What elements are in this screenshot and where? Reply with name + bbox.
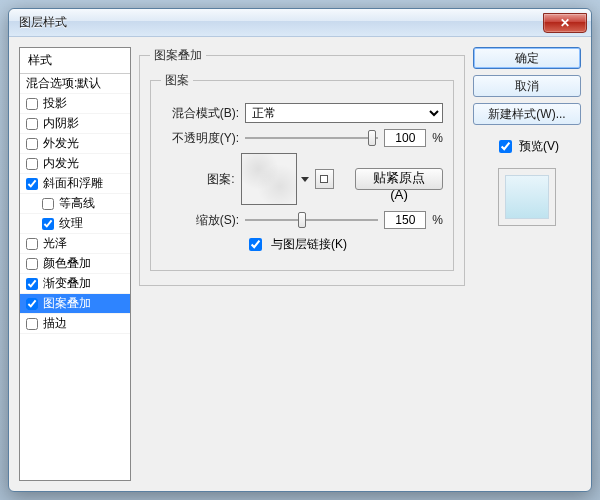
section-title: 图案叠加 [150, 47, 206, 64]
ok-button[interactable]: 确定 [473, 47, 581, 69]
style-label: 纹理 [59, 215, 83, 232]
style-checkbox[interactable] [26, 138, 38, 150]
scale-slider[interactable] [245, 211, 378, 229]
slider-thumb-icon[interactable] [298, 212, 306, 228]
style-row[interactable]: 图案叠加 [20, 294, 130, 314]
slider-thumb-icon[interactable] [368, 130, 376, 146]
style-row[interactable]: 斜面和浮雕 [20, 174, 130, 194]
chevron-down-icon[interactable] [301, 177, 309, 182]
style-label: 光泽 [43, 235, 67, 252]
style-checkbox[interactable] [26, 298, 38, 310]
style-checkbox[interactable] [26, 238, 38, 250]
style-label: 图案叠加 [43, 295, 91, 312]
style-checkbox[interactable] [26, 118, 38, 130]
styles-panel: 样式 混合选项:默认 投影内阴影外发光内发光斜面和浮雕等高线纹理光泽颜色叠加渐变… [19, 47, 131, 481]
opacity-unit: % [432, 131, 443, 145]
styles-header[interactable]: 样式 [20, 48, 130, 74]
preview-checkbox[interactable] [499, 140, 512, 153]
link-with-layer-checkbox[interactable] [249, 238, 262, 251]
window-title: 图层样式 [19, 14, 67, 31]
blending-options-row[interactable]: 混合选项:默认 [20, 74, 130, 94]
pattern-group: 图案 混合模式(B): 正常 不透明度(Y): [150, 72, 454, 271]
style-checkbox[interactable] [26, 258, 38, 270]
new-preset-icon [320, 175, 328, 183]
style-row[interactable]: 光泽 [20, 234, 130, 254]
pattern-row: 图案: 贴紧原点(A) [161, 153, 443, 205]
close-icon: ✕ [560, 16, 570, 30]
dialog-body: 样式 混合选项:默认 投影内阴影外发光内发光斜面和浮雕等高线纹理光泽颜色叠加渐变… [9, 37, 591, 491]
preview-image [505, 175, 549, 219]
scale-row: 缩放(S): % [161, 211, 443, 229]
pattern-swatch[interactable] [241, 153, 297, 205]
style-checkbox[interactable] [26, 98, 38, 110]
titlebar[interactable]: 图层样式 ✕ [9, 9, 591, 37]
style-row[interactable]: 等高线 [20, 194, 130, 214]
cancel-button[interactable]: 取消 [473, 75, 581, 97]
opacity-label: 不透明度(Y): [161, 130, 239, 147]
style-row[interactable]: 描边 [20, 314, 130, 334]
style-label: 等高线 [59, 195, 95, 212]
style-checkbox[interactable] [42, 218, 54, 230]
opacity-input[interactable] [384, 129, 426, 147]
opacity-row: 不透明度(Y): % [161, 129, 443, 147]
style-label: 描边 [43, 315, 67, 332]
blend-mode-label: 混合模式(B): [161, 105, 239, 122]
style-row[interactable]: 纹理 [20, 214, 130, 234]
style-label: 颜色叠加 [43, 255, 91, 272]
preview-row: 预览(V) [473, 137, 581, 156]
style-label: 内发光 [43, 155, 79, 172]
style-checkbox[interactable] [26, 318, 38, 330]
style-checkbox[interactable] [26, 278, 38, 290]
snap-origin-button[interactable]: 贴紧原点(A) [355, 168, 443, 190]
blend-mode-select[interactable]: 正常 [245, 103, 443, 123]
preview-label[interactable]: 预览(V) [519, 138, 559, 155]
new-preset-button[interactable] [315, 169, 334, 189]
center-panel: 图案叠加 图案 混合模式(B): 正常 不透明度(Y): [139, 47, 465, 481]
scale-input[interactable] [384, 211, 426, 229]
pattern-overlay-fieldset: 图案叠加 图案 混合模式(B): 正常 不透明度(Y): [139, 47, 465, 286]
opacity-slider[interactable] [245, 129, 378, 147]
style-checkbox[interactable] [26, 158, 38, 170]
style-label: 渐变叠加 [43, 275, 91, 292]
blend-mode-row: 混合模式(B): 正常 [161, 103, 443, 123]
style-checkbox[interactable] [42, 198, 54, 210]
scale-label: 缩放(S): [161, 212, 239, 229]
style-label: 内阴影 [43, 115, 79, 132]
link-with-layer-label[interactable]: 与图层链接(K) [271, 236, 347, 253]
group-title: 图案 [161, 72, 193, 89]
scale-unit: % [432, 213, 443, 227]
style-row[interactable]: 渐变叠加 [20, 274, 130, 294]
style-row[interactable]: 内阴影 [20, 114, 130, 134]
style-label: 斜面和浮雕 [43, 175, 103, 192]
actions-panel: 确定 取消 新建样式(W)... 预览(V) [473, 47, 581, 481]
style-row[interactable]: 投影 [20, 94, 130, 114]
dialog-window: 图层样式 ✕ 样式 混合选项:默认 投影内阴影外发光内发光斜面和浮雕等高线纹理光… [8, 8, 592, 492]
style-row[interactable]: 内发光 [20, 154, 130, 174]
style-label: 投影 [43, 95, 67, 112]
link-row: 与图层链接(K) [161, 235, 443, 254]
style-row[interactable]: 外发光 [20, 134, 130, 154]
preview-swatch [498, 168, 556, 226]
new-style-button[interactable]: 新建样式(W)... [473, 103, 581, 125]
close-button[interactable]: ✕ [543, 13, 587, 33]
style-label: 外发光 [43, 135, 79, 152]
style-row[interactable]: 颜色叠加 [20, 254, 130, 274]
pattern-label: 图案: [161, 171, 235, 188]
style-checkbox[interactable] [26, 178, 38, 190]
